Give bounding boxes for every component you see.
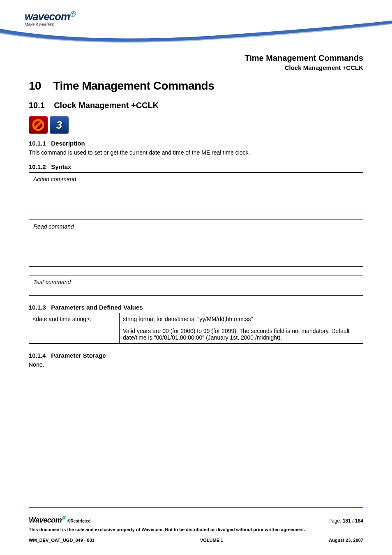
svg-line-1 <box>35 122 42 128</box>
three-icon: 3 <box>50 116 69 134</box>
sub2-title: Syntax <box>51 163 71 170</box>
page-footer: Wavecomⓒ ©Restricted Page: 181 / 184 Thi… <box>29 516 363 543</box>
footer-page-sep: / <box>351 518 355 524</box>
running-header-title: Time Management Commands <box>29 53 363 63</box>
syntax-box-action: Action command <box>29 172 363 211</box>
section-title: 10.1 Clock Management +CCLK <box>29 101 363 110</box>
subsection-params-title: 10.1.3 Parameters and Defined Values <box>29 304 363 311</box>
footer-restricted: ©Restricted <box>67 519 90 523</box>
footer-doc-id: WM_DEV_OAT_UGD_049 - 001 <box>29 538 95 543</box>
swoosh-icon <box>0 21 392 49</box>
syntax-box-test: Test command <box>29 275 363 296</box>
footer-page-label: Page: <box>328 518 343 524</box>
chapter-title: 10 Time Management Commands <box>29 79 363 92</box>
footer-divider <box>29 507 363 508</box>
footer-page-current: 181 <box>343 518 351 524</box>
footer-left: Wavecomⓒ ©Restricted <box>29 516 91 525</box>
footer-top-row: Wavecomⓒ ©Restricted Page: 181 / 184 <box>29 516 363 525</box>
syntax-read-label: Read command <box>33 223 359 230</box>
storage-text: None. <box>29 361 363 369</box>
subsection-storage-title: 10.1.4 Parameter Storage <box>29 352 363 359</box>
header-banner: wavecomⓒ Make it wireless <box>0 0 392 53</box>
running-header-subtitle: Clock Management +CCLK <box>29 64 363 71</box>
sub3-title: Parameters and Defined Values <box>51 304 143 311</box>
footer-date: August 23, 2007 <box>329 538 363 543</box>
table-row: <date and time string>: string format fo… <box>29 313 363 325</box>
param-val-2: Valid years are 00 (for 2000) to 99 (for… <box>120 325 363 343</box>
param-val-1: string format for date/time is: "yy/MM/d… <box>120 313 363 325</box>
main-content: Time Management Commands Clock Managemen… <box>0 53 392 369</box>
circle-c-icon: ⓒ <box>62 516 66 520</box>
section-number: 10.1 <box>29 101 45 110</box>
footer-brand-text: Wavecom <box>29 516 62 524</box>
circle-c-icon: ⓒ <box>70 11 75 17</box>
sub3-number: 10.1.3 <box>29 304 46 311</box>
no-circle-icon <box>29 116 48 134</box>
chapter-number: 10 <box>29 79 41 92</box>
syntax-test-label: Test command <box>33 279 359 285</box>
footer-disclaimer: This document is the sole and exclusive … <box>29 527 363 532</box>
footer-page-total: 184 <box>355 518 363 524</box>
three-icon-text: 3 <box>56 119 62 132</box>
footer-bottom-row: WM_DEV_OAT_UGD_049 - 001 VOLUME 1 August… <box>29 538 363 543</box>
sub4-number: 10.1.4 <box>29 352 46 359</box>
section-name: Clock Management +CCLK <box>54 101 159 110</box>
param-key: <date and time string>: <box>29 313 120 343</box>
footer-volume: VOLUME 1 <box>200 538 223 543</box>
icons-row: 3 <box>29 116 363 134</box>
parameters-table: <date and time string>: string format fo… <box>29 313 363 344</box>
description-text: This command is used to set or get the c… <box>29 149 363 157</box>
syntax-box-read: Read command <box>29 220 363 267</box>
subsection-description-title: 10.1.1 Description <box>29 140 363 147</box>
footer-page: Page: 181 / 184 <box>328 518 363 524</box>
running-header: Time Management Commands Clock Managemen… <box>29 53 363 71</box>
sub1-number: 10.1.1 <box>29 140 46 147</box>
chapter-name: Time Management Commands <box>53 79 214 92</box>
sub4-title: Parameter Storage <box>51 352 106 359</box>
subsection-syntax-title: 10.1.2 Syntax <box>29 163 363 170</box>
footer-brand: Wavecomⓒ <box>29 516 67 524</box>
syntax-action-label: Action command <box>33 176 359 183</box>
sub2-number: 10.1.2 <box>29 163 46 170</box>
sub1-title: Description <box>51 140 85 147</box>
